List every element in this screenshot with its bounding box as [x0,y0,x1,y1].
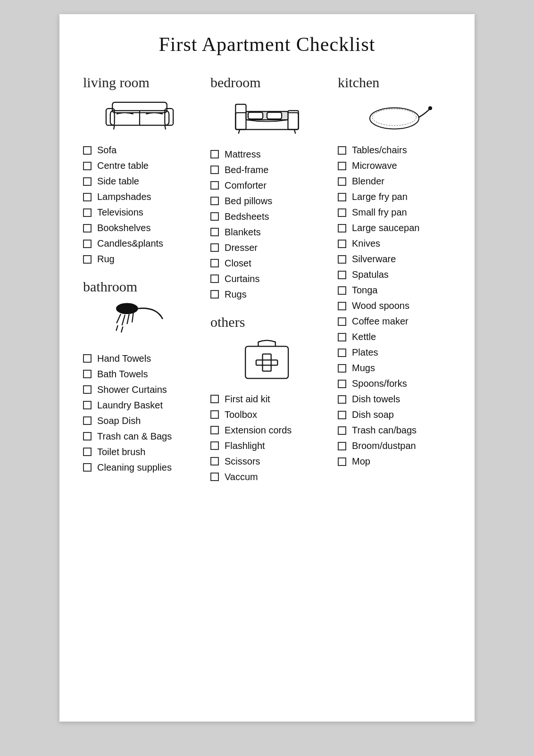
checkbox[interactable] [338,240,346,248]
checkbox[interactable] [210,181,219,190]
list-item[interactable]: Vaccum [210,472,324,482]
list-item[interactable]: Bedsheets [210,211,324,222]
checkbox[interactable] [210,166,219,174]
checkbox[interactable] [83,240,92,248]
checkbox[interactable] [338,286,346,295]
list-item[interactable]: Kettle [338,332,451,342]
checkbox[interactable] [83,162,92,170]
list-item[interactable]: Tables/chairs [338,145,451,156]
checkbox[interactable] [210,150,219,158]
list-item[interactable]: Bath Towels [83,369,196,380]
checkbox[interactable] [83,385,92,394]
list-item[interactable]: Coffee maker [338,316,451,327]
checkbox[interactable] [210,243,219,252]
list-item[interactable]: Microwave [338,160,451,171]
checkbox[interactable] [210,473,219,481]
list-item[interactable]: Closet [210,258,324,269]
checkbox[interactable] [210,410,219,419]
list-item[interactable]: Dish towels [338,394,451,405]
list-item[interactable]: Small fry pan [338,207,451,218]
list-item[interactable]: Soap Dish [83,415,196,426]
checkbox[interactable] [83,370,92,378]
checkbox[interactable] [338,193,346,201]
list-item[interactable]: Blender [338,176,451,187]
list-item[interactable]: First aid kit [210,394,324,405]
list-item[interactable]: Knives [338,238,451,249]
list-item[interactable]: Toolbox [210,409,324,420]
list-item[interactable]: Curtains [210,274,324,284]
list-item[interactable]: Bed-frame [210,165,324,175]
checkbox[interactable] [210,274,219,283]
checkbox[interactable] [210,290,219,299]
list-item[interactable]: Cleaning supplies [83,462,196,473]
list-item[interactable]: Comforter [210,180,324,191]
checkbox[interactable] [338,442,346,450]
checkbox[interactable] [338,364,346,373]
checkbox[interactable] [338,271,346,279]
checkbox[interactable] [210,441,219,450]
checkbox[interactable] [210,212,219,221]
checkbox[interactable] [338,224,346,233]
list-item[interactable]: Tonga [338,285,451,296]
list-item[interactable]: Trash can & Bags [83,431,196,442]
checkbox[interactable] [83,354,92,363]
list-item[interactable]: Mugs [338,363,451,374]
list-item[interactable]: Dish soap [338,409,451,420]
checkbox[interactable] [83,416,92,425]
list-item[interactable]: Televisions [83,207,196,218]
list-item[interactable]: Broom/dustpan [338,440,451,451]
list-item[interactable]: Large fry pan [338,191,451,202]
checkbox[interactable] [83,193,92,201]
list-item[interactable]: Toilet brush [83,447,196,457]
list-item[interactable]: Dresser [210,242,324,253]
list-item[interactable]: Wood spoons [338,300,451,311]
checkbox[interactable] [338,255,346,264]
list-item[interactable]: Mop [338,456,451,467]
list-item[interactable]: Plates [338,347,451,358]
list-item[interactable]: Bed pillows [210,196,324,207]
checkbox[interactable] [83,448,92,456]
checkbox[interactable] [338,208,346,217]
list-item[interactable]: Sofa [83,145,196,156]
checkbox[interactable] [210,426,219,434]
checkbox[interactable] [210,197,219,205]
list-item[interactable]: Extension cords [210,425,324,436]
checkbox[interactable] [338,177,346,186]
list-item[interactable]: Centre table [83,160,196,171]
list-item[interactable]: Side table [83,176,196,187]
list-item[interactable]: Lampshades [83,191,196,202]
checkbox[interactable] [338,302,346,310]
list-item[interactable]: Blankets [210,227,324,238]
list-item[interactable]: Hand Towels [83,353,196,364]
list-item[interactable]: Spoons/forks [338,378,451,389]
list-item[interactable]: Trash can/bags [338,425,451,436]
checkbox[interactable] [338,426,346,435]
checkbox[interactable] [338,333,346,341]
list-item[interactable]: Silverware [338,254,451,265]
list-item[interactable]: Shower Curtains [83,384,196,395]
checkbox[interactable] [210,259,219,267]
checkbox[interactable] [338,457,346,466]
checkbox[interactable] [83,146,92,155]
checkbox[interactable] [210,457,219,465]
checkbox[interactable] [338,162,346,170]
checkbox[interactable] [83,177,92,186]
list-item[interactable]: Rug [83,254,196,265]
checkbox[interactable] [83,208,92,217]
list-item[interactable]: Rugs [210,289,324,300]
list-item[interactable]: Scissors [210,456,324,467]
checkbox[interactable] [338,380,346,388]
checkbox[interactable] [83,401,92,409]
checkbox[interactable] [83,463,92,472]
checkbox[interactable] [210,395,219,403]
checkbox[interactable] [83,255,92,264]
checkbox[interactable] [338,146,346,155]
list-item[interactable]: Spatulas [338,269,451,280]
checkbox[interactable] [83,432,92,440]
checkbox[interactable] [338,349,346,357]
list-item[interactable]: Mattress [210,149,324,160]
list-item[interactable]: Laundry Basket [83,400,196,411]
checkbox[interactable] [83,224,92,233]
checkbox[interactable] [338,411,346,419]
list-item[interactable]: Bookshelves [83,223,196,233]
